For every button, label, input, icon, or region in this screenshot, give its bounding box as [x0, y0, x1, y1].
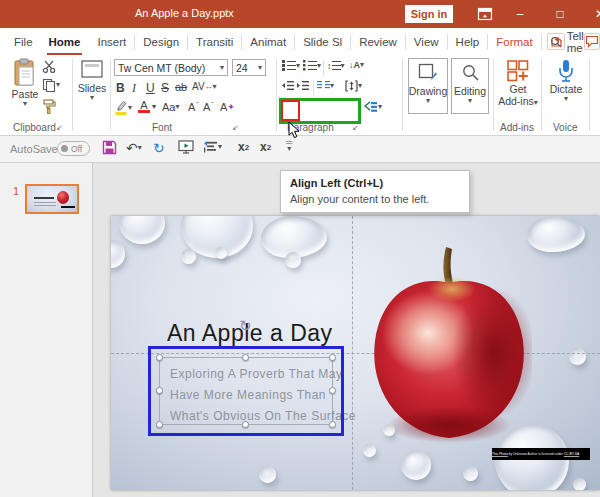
font-color-button[interactable]: A	[138, 100, 150, 113]
resize-handle-s[interactable]	[242, 421, 249, 428]
line-spacing-button[interactable]: ↕ ▾	[327, 60, 345, 71]
new-slide-button[interactable]: Slides ▾	[76, 60, 108, 102]
paste-button[interactable]: Paste ▾	[8, 58, 42, 108]
underline-button[interactable]: U	[146, 81, 155, 95]
tab-file[interactable]: File	[6, 34, 41, 50]
bold-button[interactable]: B	[116, 81, 125, 95]
slide-thumbnail-panel: 1	[0, 163, 93, 497]
tab-review[interactable]: Review	[351, 34, 406, 50]
tab-transitions[interactable]: Transiti	[188, 34, 242, 50]
save-button[interactable]	[102, 140, 117, 155]
autosave-toggle[interactable]: Off	[57, 141, 90, 156]
font-name-combo[interactable]: Tw Cen MT (Body) ▾	[114, 59, 228, 76]
character-spacing-button[interactable]: AV ↔ ▾	[192, 81, 217, 92]
font-size-combo[interactable]: 24 ▾	[232, 59, 266, 76]
redo-button[interactable]: ↻	[153, 140, 165, 156]
start-slideshow-button[interactable]	[178, 140, 194, 154]
attribution-link-1[interactable]: This Photo	[492, 452, 508, 456]
resize-handle-nw[interactable]	[156, 354, 163, 361]
dictate-button[interactable]: Dictate ▾	[546, 59, 586, 103]
autosave-label: AutoSave	[10, 143, 58, 155]
format-painter-icon	[42, 99, 56, 114]
decrease-indent-button[interactable]	[281, 80, 294, 91]
tab-format[interactable]: Format	[488, 34, 541, 50]
increase-indent-button[interactable]	[296, 80, 309, 91]
tab-animations[interactable]: Animat	[242, 34, 295, 50]
clipboard-dialog-launcher[interactable]: ↘	[55, 124, 64, 131]
minimize-button[interactable]: –	[505, 0, 535, 28]
columns-dropdown-icon: ▾	[330, 82, 334, 90]
drawing-button[interactable]: Drawing ▾	[408, 58, 448, 114]
ribbon-display-options-icon[interactable]	[477, 6, 493, 22]
undo-dropdown-icon: ▾	[138, 144, 142, 152]
comments-icon[interactable]	[584, 33, 600, 50]
highlight-color-button[interactable]: ▾	[114, 100, 132, 115]
slide-canvas[interactable]: An Apple a Day ↻ Exploring A Proverb Tha…	[111, 216, 600, 490]
align-text-button[interactable]: ▾	[345, 80, 362, 92]
resize-handle-ne[interactable]	[329, 354, 336, 361]
convert-smartart-button[interactable]: ▾	[364, 101, 382, 113]
copy-button[interactable]: ▾	[42, 78, 60, 92]
font-color-dropdown-icon[interactable]: ▾	[152, 102, 156, 111]
sign-in-button[interactable]: Sign in	[405, 5, 453, 23]
numbering-button[interactable]: ▾	[303, 60, 321, 71]
character-spacing-label: AV	[192, 81, 205, 92]
textbox-selection[interactable]: Exploring A Proverb That May Have More M…	[159, 357, 333, 425]
resize-handle-e[interactable]	[329, 387, 336, 394]
customize-qat-button[interactable]: ═ ▾	[286, 140, 292, 153]
maximize-button[interactable]: □	[545, 0, 575, 28]
grow-font-button[interactable]: A ˆ	[188, 101, 199, 113]
water-droplet	[463, 466, 478, 481]
workspace: 1	[0, 163, 600, 497]
slide-thumbnail[interactable]	[25, 184, 79, 214]
close-button[interactable]: ✕	[585, 0, 600, 28]
editing-button[interactable]: Editing ▾	[451, 58, 489, 114]
title-bar: An Apple a Day.pptx Sign in – □ ✕	[0, 0, 600, 28]
rotate-handle-icon[interactable]: ↻	[239, 317, 252, 335]
subscript-button[interactable]: x2	[260, 140, 271, 154]
italic-button[interactable]: I	[132, 81, 136, 96]
water-droplet	[363, 444, 376, 457]
strikethrough-button[interactable]: ab	[175, 81, 187, 93]
text-direction-button[interactable]: ↓ A ▾	[349, 60, 364, 70]
superscript-button[interactable]: x2	[238, 140, 249, 154]
tab-design[interactable]: Design	[135, 34, 188, 50]
apple-image[interactable]	[366, 233, 532, 445]
copy-icon	[42, 78, 56, 92]
clear-formatting-button[interactable]: A ✦	[220, 101, 235, 113]
font-name-dropdown-icon: ▾	[220, 64, 224, 72]
resize-handle-se[interactable]	[329, 421, 336, 428]
grow-font-label: A	[188, 101, 195, 113]
tab-help[interactable]: Help	[448, 34, 489, 50]
tab-home[interactable]: Home	[41, 34, 89, 50]
shrink-font-button[interactable]: A ˇ	[203, 101, 214, 113]
font-dialog-launcher[interactable]: ↘	[231, 124, 240, 131]
tab-insert[interactable]: Insert	[89, 34, 135, 50]
resize-handle-n[interactable]	[242, 354, 249, 361]
get-addins-label-1: Get	[510, 83, 527, 95]
format-painter-button[interactable]	[42, 99, 56, 114]
shadow-strike-button[interactable]: S	[161, 81, 169, 95]
tooltip-title: Align Left (Ctrl+L)	[290, 177, 460, 189]
cut-button[interactable]	[42, 60, 57, 73]
columns-button[interactable]: ▾	[317, 80, 334, 91]
water-droplet	[285, 252, 301, 268]
attribution-link-2[interactable]: CC BY-SA	[564, 452, 579, 456]
quick-access-toolbar: AutoSave Off ↶▾ ↻ ▾ x2 x2 ═ ▾	[0, 136, 600, 163]
change-case-button[interactable]: Aa ▾	[162, 101, 179, 113]
paste-icon	[13, 58, 37, 88]
tab-slideshow[interactable]: Slide Sl	[295, 34, 351, 50]
voice-group-label: Voice	[553, 122, 577, 133]
arrange-objects-button[interactable]: ▾	[203, 140, 222, 153]
get-addins-button[interactable]: Get Add-ins▾	[498, 59, 538, 107]
font-color-bar	[138, 110, 150, 113]
undo-button[interactable]: ↶▾	[126, 140, 142, 156]
thumb-text-line	[34, 205, 56, 206]
line-spacing-bars-icon	[332, 60, 341, 71]
paragraph-dialog-launcher[interactable]: ↘	[351, 124, 360, 131]
resize-handle-w[interactable]	[156, 387, 163, 394]
share-icon[interactable]	[547, 33, 565, 50]
resize-handle-sw[interactable]	[156, 421, 163, 428]
bullets-button[interactable]: ▾	[282, 60, 300, 71]
tab-view[interactable]: View	[406, 34, 448, 50]
